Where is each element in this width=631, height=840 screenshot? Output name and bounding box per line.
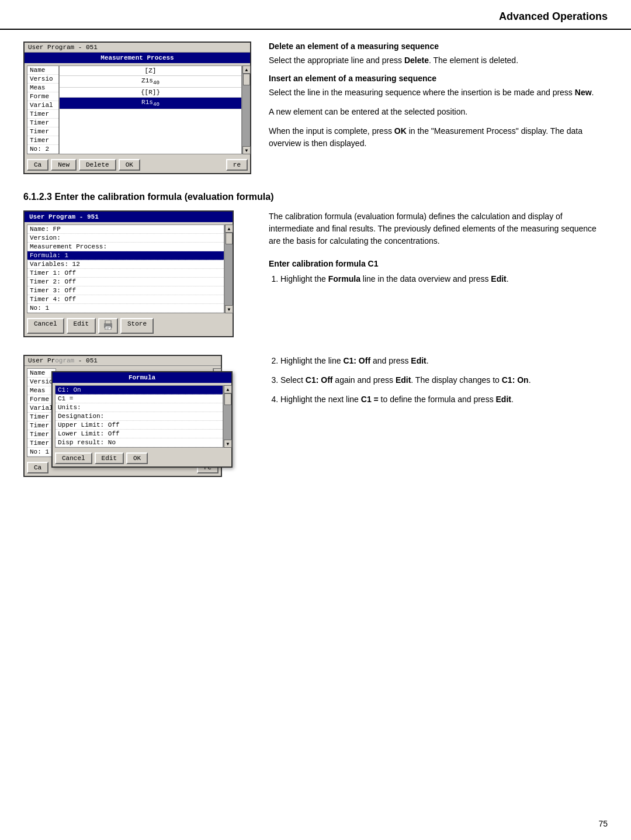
section2-heading: 6.1.2.3 Enter the calibration formula (e… [23, 192, 608, 202]
delete-btn[interactable]: Delete [79, 159, 116, 171]
list-item: Timer [27, 136, 58, 145]
list-item: Versio [27, 75, 58, 84]
instructions-section3: Highlight the line C1: Off and press Edi… [269, 355, 608, 410]
re-btn[interactable]: re [226, 159, 248, 171]
list-item-desig: Designation: [56, 412, 223, 421]
dialog2: User Program - 951 Name: FP Version: Mea… [23, 210, 234, 337]
list-item-c1on: C1: On [56, 386, 223, 395]
instructions-section2: The calibration formula (evaluation form… [269, 210, 608, 290]
printer-icon [103, 320, 113, 330]
dialog1-title: Measurement Process [25, 53, 250, 63]
cancel-btn4[interactable]: Cancel [55, 452, 92, 464]
list-item: Timer 4: Off [27, 295, 224, 304]
list-item-upper: Upper Limit: Off [56, 421, 223, 430]
new-btn[interactable]: New [51, 159, 77, 171]
list-item: Timer [27, 127, 58, 136]
scroll-up-btn[interactable]: ▲ [224, 385, 232, 393]
list-item: No: 2 [27, 145, 58, 154]
list-item-selected: Formula: 1 [27, 251, 224, 260]
store-btn[interactable]: Store [120, 318, 154, 334]
list-item: Name [27, 66, 58, 75]
dialog2-title: User Program - 951 [25, 212, 233, 222]
list-item-units: Units: [56, 403, 223, 412]
insert-note1: A new element can be entered at the sele… [269, 106, 608, 118]
step2: Highlight the line C1: Off and press Edi… [280, 355, 608, 367]
dialog2-buttons: Cancel Edit Store [25, 316, 233, 336]
svg-rect-4 [106, 329, 109, 329]
scroll-up-btn[interactable]: ▲ [225, 224, 233, 233]
step4: Highlight the next line C1 = to define t… [280, 393, 608, 406]
step3: Select C1: Off again and press Edit. The… [280, 374, 608, 386]
list-item: Forme [27, 92, 58, 101]
delete-text: Select the appropriate line and press De… [269, 54, 608, 67]
dialog3-front: Formula C1: On C1 = Units: Designation: … [51, 371, 233, 468]
list-item: Timer 3: Off [27, 286, 224, 295]
list-item-center: Z1s40 [60, 76, 241, 88]
list-item-lower: Lower Limit: Off [56, 430, 223, 438]
list-item-center: {[R]} [60, 88, 241, 98]
svg-rect-3 [106, 327, 110, 328]
svg-rect-1 [105, 320, 111, 324]
scroll-down-btn[interactable]: ▼ [224, 440, 232, 448]
list-item: Measurement Process: [27, 243, 224, 251]
list-item-center-selected: R1s40 [60, 98, 241, 109]
list-item-disp: Disp result: No [56, 438, 223, 447]
list-item: Timer 1: Off [27, 269, 224, 278]
dialog2-container: User Program - 951 Name: FP Version: Mea… [23, 210, 251, 337]
ok-btn4[interactable]: OK [126, 452, 148, 464]
cancel-btn3[interactable]: Ca [27, 462, 48, 473]
page-header: Advanced Operations [0, 0, 631, 30]
dialog1-container: User Program - 051 Measurement Process N… [23, 42, 251, 174]
edit-btn2[interactable]: Edit [67, 318, 96, 334]
delete-heading: Delete an element of a measuring sequenc… [269, 42, 608, 51]
list-item-c1eq: C1 = [56, 395, 223, 403]
ok-btn[interactable]: OK [119, 159, 140, 171]
steps-list2: Highlight the line C1: Off and press Edi… [269, 355, 608, 406]
dialog3-front-title: Formula [53, 372, 231, 383]
list-item: Version: [27, 234, 224, 243]
insert-note2: When the input is complete, press OK in … [269, 125, 608, 150]
insert-text: Select the line in the measuring sequenc… [269, 87, 608, 99]
list-item: Timer [27, 119, 58, 127]
cancel-btn2[interactable]: Cancel [27, 318, 64, 334]
insert-heading: Insert an element of a measuring sequenc… [269, 74, 608, 83]
scroll-down-btn[interactable]: ▼ [225, 305, 233, 313]
instructions-section1: Delete an element of a measuring sequenc… [269, 42, 608, 157]
page-number: 75 [598, 819, 608, 828]
list-item: No: 1 [27, 304, 224, 313]
enter-cal-formula-heading: Enter calibration formula C1 [269, 259, 608, 268]
list-item: Meas [27, 84, 58, 92]
cancel-btn[interactable]: Ca [27, 159, 48, 171]
dialog1: User Program - 051 Measurement Process N… [23, 42, 251, 174]
scroll-down-btn[interactable]: ▼ [242, 146, 251, 154]
scroll-up-btn[interactable]: ▲ [242, 65, 251, 74]
list-item: Timer [27, 110, 58, 119]
list-item: Timer 2: Off [27, 278, 224, 286]
edit-btn4[interactable]: Edit [95, 452, 124, 464]
list-item: Varial [27, 101, 58, 110]
dialog3-container: User Program - 051 Name Versio Meas Form… [23, 355, 251, 495]
print-btn[interactable] [98, 318, 118, 334]
section2-body: The calibration formula (evaluation form… [269, 210, 608, 247]
list-item-center: [Z] [60, 66, 241, 76]
list-item: Variables: 12 [27, 260, 224, 269]
dialog3-buttons: Cancel Edit OK [53, 450, 231, 466]
list-item: Name: FP [27, 225, 224, 234]
dialog1-buttons: Ca New Delete OK re [25, 157, 250, 173]
dialog1-outer-title: User Program - 051 [25, 43, 250, 53]
header-title: Advanced Operations [499, 11, 608, 22]
steps-list: Highlight the Formula line in the data o… [269, 273, 608, 285]
step1: Highlight the Formula line in the data o… [280, 273, 608, 285]
